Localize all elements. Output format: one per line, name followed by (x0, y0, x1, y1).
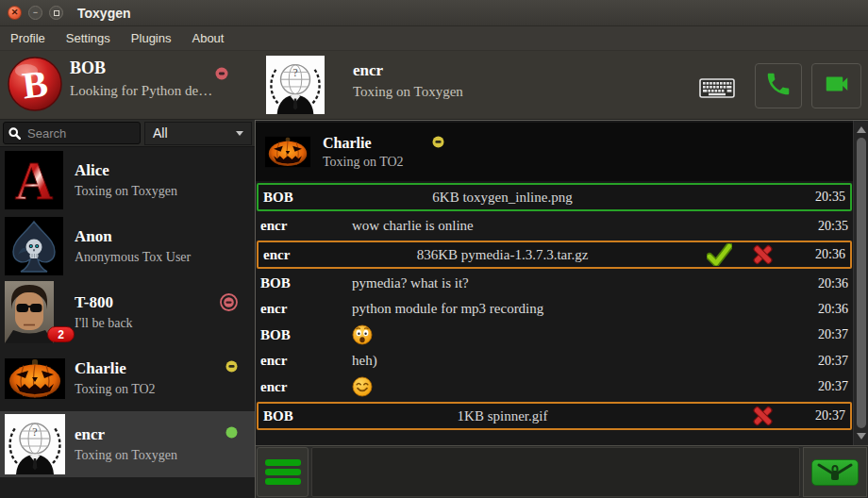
header: B BOB Looking for Python dev… ? encr Tox… (0, 51, 868, 120)
file-transfer-label: 836KB pymedia-1.3.7.3.tar.gz (334, 247, 671, 263)
message-time: 20:37 (803, 379, 848, 394)
message-sender: BOB (260, 275, 352, 291)
contact-avatar: ? (5, 413, 65, 476)
message-input[interactable] (311, 447, 800, 497)
message-row[interactable]: encrpython module for mp3 recording20:36 (256, 296, 853, 322)
file-transfer-row[interactable]: encr836KB pymedia-1.3.7.3.tar.gz20:36 (257, 241, 852, 269)
search-box (3, 122, 141, 144)
contact-name: encr (75, 425, 177, 444)
send-encrypted-icon (816, 462, 854, 482)
message-time: 20:35 (800, 190, 845, 205)
filter-value: All (153, 125, 168, 141)
cancel-file-button[interactable] (751, 243, 775, 266)
active-chat-status-message: Toxing on Toxygen (353, 84, 463, 100)
close-button[interactable]: ✕ (8, 6, 22, 20)
message-time: 20:37 (803, 354, 848, 369)
message-row[interactable]: encrheh)20:37 (256, 348, 853, 374)
scrollbar-thumb[interactable] (857, 138, 866, 428)
busy-status-icon (215, 67, 228, 84)
away-status-icon (432, 135, 444, 152)
search-input[interactable] (25, 125, 135, 141)
minimize-button[interactable]: − (28, 6, 42, 20)
shocked-emoji (352, 324, 803, 345)
sidebar: All AAliceToxing on ToxygenAnonAnonymous… (0, 120, 255, 498)
menubar: Profile Settings Plugins About (0, 26, 868, 51)
main: All AAliceToxing on ToxygenAnonAnonymous… (0, 120, 868, 498)
chat-peer-avatar (265, 129, 310, 174)
file-transfer-actions (707, 243, 775, 266)
send-message-button[interactable] (811, 459, 859, 486)
message-row[interactable]: encrwow charlie is online20:35 (256, 213, 853, 239)
chat-peer-item[interactable]: Charlie Toxing on TO2 (256, 123, 853, 181)
scroll-down-arrow[interactable] (857, 433, 866, 440)
unread-badge: 2 (47, 326, 75, 342)
message-time: 20:37 (800, 408, 845, 423)
contact-status-message: Anonymous Tox User (75, 250, 191, 265)
message-sender: BOB (260, 327, 352, 343)
contact-row-t-800[interactable]: T-800I'll be back2 (0, 279, 255, 345)
search-icon (8, 127, 21, 140)
menu-plugins[interactable]: Plugins (121, 31, 182, 45)
menu-about[interactable]: About (181, 31, 234, 45)
active-chat-name: encr (353, 61, 383, 80)
file-transfer-row[interactable]: BOB6KB toxygen_inline.png20:35 (257, 183, 852, 211)
contact-avatar: A (5, 149, 65, 212)
contact-row-encr[interactable]: ?encrToxing on Toxygen (0, 411, 255, 477)
self-name: BOB (70, 58, 106, 78)
window-title: Toxygen (77, 6, 131, 21)
bottom-bar (256, 445, 868, 498)
chevron-down-icon (236, 131, 243, 136)
message-list: BOB6KB toxygen_inline.png20:35encrwow ch… (256, 183, 853, 430)
contact-name: Alice (75, 161, 177, 180)
svg-text:A: A (15, 152, 54, 209)
toxygen-window: ✕ − Toxygen Profile Settings Plugins Abo… (0, 0, 868, 498)
accept-file-button[interactable] (707, 243, 732, 266)
message-text: python module for mp3 recording (352, 301, 803, 317)
svg-text:?: ? (292, 67, 297, 79)
message-time: 20:37 (803, 327, 848, 342)
svg-text:?: ? (32, 425, 37, 439)
menu-settings[interactable]: Settings (56, 31, 121, 45)
contact-status-message: Toxing on Toxygen (75, 448, 177, 463)
contact-status-message: Toxing on TO2 (75, 382, 156, 397)
message-sender: encr (260, 218, 352, 234)
contact-filter-dropdown[interactable]: All (144, 122, 252, 145)
cancel-file-button[interactable] (751, 405, 775, 427)
message-row[interactable]: BOBpymedia? what is it?20:36 (256, 271, 853, 296)
smile-emoji (352, 376, 803, 397)
message-text: heh) (352, 353, 803, 369)
self-avatar[interactable]: B (8, 57, 62, 111)
chat-panel: Charlie Toxing on TO2 BOB6KB toxygen_inl… (255, 120, 868, 498)
chat-peer-name: Charlie (323, 135, 404, 152)
videocam-icon (820, 70, 854, 102)
menu-profile[interactable]: Profile (0, 31, 56, 45)
file-transfer-label: 6KB toxygen_inline.png (334, 190, 671, 206)
file-transfer-label: 1KB spinner.gif (334, 408, 671, 424)
self-status-message: Looking for Python dev… (70, 83, 216, 99)
contact-row-alice[interactable]: AAliceToxing on Toxygen (0, 147, 255, 213)
contact-avatar (5, 215, 65, 278)
contact-status-message: Toxing on Toxygen (75, 184, 177, 199)
audio-call-button[interactable] (755, 63, 802, 108)
video-call-button[interactable] (811, 63, 861, 108)
hamburger-menu-icon (265, 459, 301, 466)
attachment-menu-button[interactable] (257, 447, 309, 497)
contact-avatar (5, 347, 65, 410)
scroll-up-arrow[interactable] (857, 126, 866, 133)
contact-row-anon[interactable]: AnonAnonymous Tox User (0, 213, 255, 279)
message-time: 20:36 (800, 247, 845, 262)
contact-row-charlie[interactable]: CharlieToxing on TO2 (0, 345, 255, 411)
message-sender: encr (260, 301, 352, 317)
file-transfer-row[interactable]: BOB1KB spinner.gif20:37 (257, 402, 852, 430)
message-text: pymedia? what is it? (352, 275, 803, 291)
window-controls: ✕ − (8, 6, 63, 20)
message-row[interactable]: encr20:37 (256, 374, 853, 400)
status-icon-busy-ring (220, 293, 238, 315)
maximize-button[interactable] (49, 6, 63, 20)
message-row[interactable]: BOB20:37 (256, 322, 853, 348)
send-button-area (803, 447, 867, 497)
chat-area: Charlie Toxing on TO2 BOB6KB toxygen_inl… (256, 120, 868, 445)
chat-scrollbar[interactable] (853, 121, 868, 445)
message-time: 20:35 (803, 219, 848, 234)
phone-icon (764, 70, 793, 102)
